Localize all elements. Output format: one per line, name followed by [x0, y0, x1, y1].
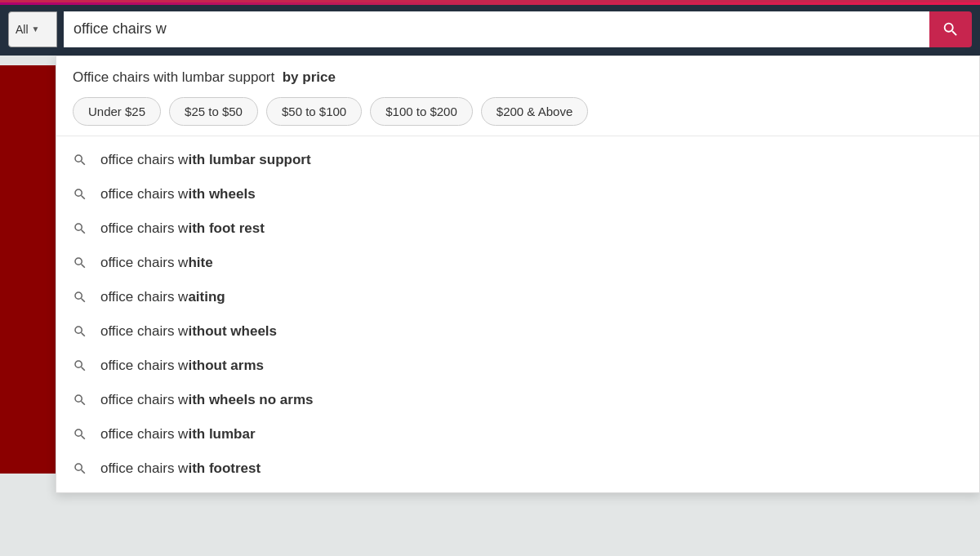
price-btn-50to100[interactable]: $50 to $100	[266, 97, 362, 126]
search-icon	[73, 187, 87, 202]
suggestion-text: office chairs with lumbar	[100, 426, 256, 443]
search-icon	[73, 256, 87, 270]
price-btn-200above[interactable]: $200 & Above	[481, 97, 588, 126]
suggestion-dropdown: Office chairs with lumbar support by pri…	[56, 56, 980, 493]
suggestion-item[interactable]: office chairs with lumbar	[56, 417, 979, 451]
suggestion-list: office chairs with lumbar support office…	[56, 136, 979, 492]
price-heading: Office chairs with lumbar support by pri…	[73, 69, 963, 86]
suggestion-text: office chairs with wheels no arms	[100, 392, 313, 408]
search-icon	[73, 461, 87, 476]
price-section: Office chairs with lumbar support by pri…	[56, 56, 979, 136]
price-btn-under25[interactable]: Under $25	[73, 97, 161, 126]
search-icon	[73, 221, 87, 236]
suggestion-item[interactable]: office chairs with lumbar support	[56, 143, 979, 177]
search-icon	[73, 153, 87, 167]
suggestion-item[interactable]: office chairs waiting	[56, 280, 979, 314]
search-button[interactable]	[929, 11, 972, 47]
suggestion-item[interactable]: office chairs white	[56, 246, 979, 280]
search-icon	[73, 358, 87, 373]
search-icon	[73, 393, 87, 407]
price-btn-25to50[interactable]: $25 to $50	[169, 97, 258, 126]
price-buttons-row: Under $25 $25 to $50 $50 to $100 $100 to…	[73, 97, 963, 126]
all-category-dropdown[interactable]: All ▼	[8, 11, 57, 47]
suggestion-text: office chairs waiting	[100, 289, 225, 305]
suggestion-text: office chairs with foot rest	[100, 220, 265, 237]
suggestion-item[interactable]: office chairs with foot rest	[56, 211, 979, 246]
price-heading-bold: by price	[283, 69, 336, 85]
search-icon	[73, 324, 87, 339]
search-bar-container	[64, 11, 972, 47]
search-icon	[73, 290, 87, 305]
search-input[interactable]	[64, 11, 929, 47]
suggestion-text: office chairs with footrest	[100, 460, 261, 477]
suggestion-text: office chairs without wheels	[100, 323, 277, 340]
suggestion-text: office chairs with wheels	[100, 186, 256, 202]
price-btn-100to200[interactable]: $100 to $200	[370, 97, 473, 126]
chevron-down-icon: ▼	[32, 24, 40, 33]
search-icon	[73, 427, 87, 442]
suggestion-item[interactable]: office chairs without arms	[56, 349, 979, 383]
header-top-border	[0, 2, 980, 5]
price-heading-text: Office chairs with lumbar support	[73, 69, 274, 85]
search-icon	[942, 20, 960, 38]
suggestion-text: office chairs white	[100, 255, 213, 271]
suggestion-item[interactable]: office chairs with wheels no arms	[56, 383, 979, 417]
suggestion-item[interactable]: office chairs with wheels	[56, 177, 979, 211]
suggestion-item[interactable]: office chairs with footrest	[56, 451, 979, 486]
suggestion-item[interactable]: office chairs without wheels	[56, 314, 979, 349]
suggestion-text: office chairs with lumbar support	[100, 152, 311, 168]
header: All ▼	[0, 0, 980, 56]
all-label: All	[16, 23, 29, 36]
suggestion-text: office chairs without arms	[100, 358, 264, 374]
